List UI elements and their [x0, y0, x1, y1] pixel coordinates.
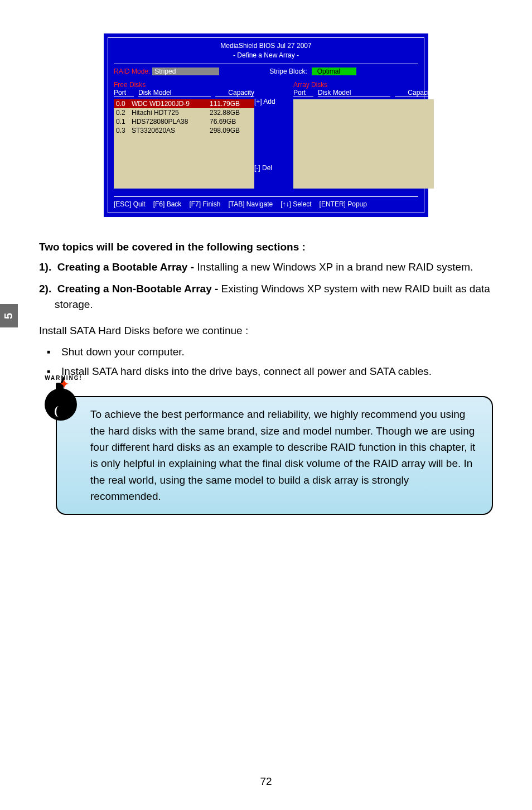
- disk-port: 0.3: [116, 127, 132, 134]
- warning-bomb-icon: WARNING! ✦: [39, 378, 86, 425]
- raid-mode-field[interactable]: RAID Mode: Striped: [114, 68, 219, 75]
- disk-capacity: 298.09GB: [210, 127, 252, 134]
- col-model: Disk Model: [138, 89, 211, 97]
- disk-model: ST3320620AS: [132, 127, 210, 134]
- topic-item-1: 1). Creating a Bootable Array - Installi…: [55, 259, 493, 276]
- disk-port: 0.1: [116, 118, 132, 126]
- free-disk-row[interactable]: 0.3 ST3320620AS 298.09GB: [114, 126, 254, 135]
- array-disks-label: Array Disks: [293, 81, 434, 89]
- topic1-rest: Installing a new Windows XP in a brand n…: [194, 261, 473, 273]
- bios-title-line2: - Define a New Array -: [114, 51, 418, 60]
- add-button[interactable]: [+] Add: [254, 98, 293, 105]
- topic1-num: 1).: [39, 261, 51, 273]
- raid-mode-value[interactable]: Striped: [152, 68, 219, 75]
- key-tab: [TAB] Navigate: [228, 200, 273, 208]
- col-port: Port: [114, 89, 134, 97]
- free-disks-label: Free Disks: [114, 81, 254, 89]
- disk-port: 0.0: [116, 100, 132, 108]
- key-enter: [ENTER] Popup: [320, 200, 367, 208]
- raid-mode-label: RAID Mode:: [114, 68, 150, 75]
- key-f6: [F6] Back: [153, 200, 182, 208]
- stripe-block-value[interactable]: Optimal: [312, 68, 356, 75]
- disk-model: HDS728080PLA38: [132, 118, 210, 126]
- page-number: 72: [0, 775, 532, 788]
- chapter-tab: 5: [0, 304, 18, 327]
- bullet-1: Shut down your computer.: [55, 344, 493, 360]
- key-f7: [F7] Finish: [189, 200, 220, 208]
- array-disks-list[interactable]: [293, 99, 434, 189]
- stripe-block-label: Stripe Block:: [269, 68, 307, 75]
- bios-title-line1: MediaShield BIOS Jul 27 2007: [114, 41, 418, 51]
- disk-model: Hitachi HDT725: [132, 109, 210, 117]
- disk-port: 0.2: [116, 109, 132, 117]
- topic2-bold: Creating a Non-Bootable Array -: [57, 283, 219, 295]
- topics-heading: Two topics will be covered in the follow…: [39, 239, 493, 255]
- key-esc: [ESC] Quit: [114, 200, 146, 208]
- col-capacity: Capacity: [395, 89, 434, 97]
- col-port: Port: [293, 89, 313, 97]
- topic-item-2: 2). Creating a Non-Bootable Array - Exis…: [55, 281, 493, 313]
- free-disk-row[interactable]: 0.0 WDC WD1200JD-9 111.79GB: [114, 99, 254, 108]
- key-arrows: [↑↓] Select: [280, 200, 311, 208]
- topic1-bold: Creating a Bootable Array -: [57, 261, 194, 273]
- stripe-block-field[interactable]: Stripe Block: Optimal: [269, 68, 356, 75]
- col-model: Disk Model: [318, 89, 390, 97]
- disk-capacity: 76.69GB: [210, 118, 252, 126]
- free-disk-row[interactable]: 0.1 HDS728080PLA38 76.69GB: [114, 117, 254, 126]
- warning-callout: WARNING! ✦ To achieve the best performan…: [39, 396, 493, 515]
- bios-screenshot: MediaShield BIOS Jul 27 2007 - Define a …: [104, 33, 428, 217]
- warning-text: To achieve the best performance and reli…: [56, 396, 493, 515]
- col-capacity: Capacity: [215, 89, 254, 97]
- disk-model: WDC WD1200JD-9: [132, 100, 210, 108]
- spark-icon: ✦: [59, 375, 69, 393]
- del-button[interactable]: [-] Del: [254, 164, 293, 172]
- bios-title: MediaShield BIOS Jul 27 2007 - Define a …: [114, 41, 418, 60]
- bios-footer: [ESC] Quit [F6] Back [F7] Finish [TAB] N…: [114, 196, 418, 208]
- chapter-tab-number: 5: [3, 312, 16, 319]
- bullet-2: Install SATA hard disks into the drive b…: [55, 364, 493, 380]
- free-disk-row[interactable]: 0.2 Hitachi HDT725 232.88GB: [114, 108, 254, 117]
- disk-capacity: 111.79GB: [210, 100, 252, 108]
- install-intro: Install SATA Hard Disks before we contin…: [39, 323, 493, 339]
- free-disks-list[interactable]: 0.0 WDC WD1200JD-9 111.79GB 0.2 Hitachi …: [114, 99, 254, 189]
- disk-capacity: 232.88GB: [210, 109, 252, 117]
- topic2-num: 2).: [39, 283, 51, 295]
